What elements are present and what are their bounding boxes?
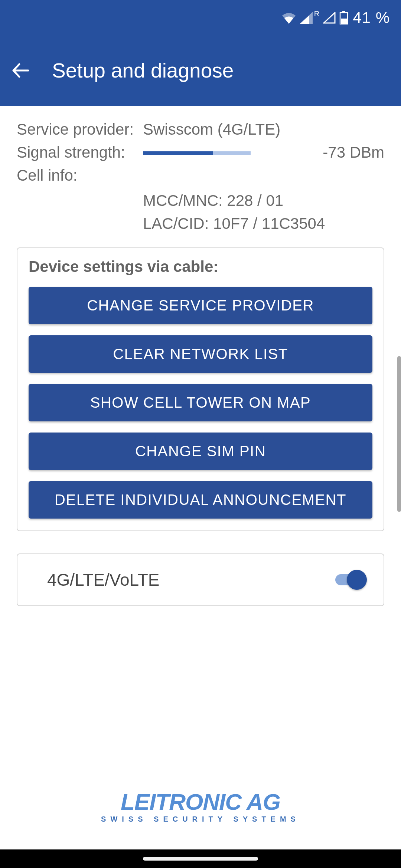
svg-rect-2 (341, 19, 347, 24)
wifi-icon (281, 12, 296, 24)
cell-info-mcc-mnc: MCC/MNC: 228 / 01 (143, 192, 384, 210)
switch-thumb (347, 570, 367, 590)
nav-handle[interactable] (143, 857, 258, 861)
lte-toggle-switch[interactable] (335, 569, 367, 591)
back-button[interactable] (11, 61, 30, 80)
status-bar: R 41 % (0, 0, 401, 35)
arrow-left-icon (11, 61, 30, 80)
cell-info-values: MCC/MNC: 228 / 01 LAC/CID: 10F7 / 11C350… (143, 192, 384, 233)
page-title: Setup and diagnose (52, 59, 234, 82)
provider-label: Service provider: (17, 121, 139, 138)
brand-name: LEITRONIC AG (121, 790, 280, 813)
signal-icon-1 (300, 12, 313, 24)
app-bar: Setup and diagnose (0, 35, 401, 106)
cell-info-label: Cell info: (17, 167, 139, 184)
footer-logo: LEITRONIC AG SWISS SECURITY SYSTEMS (17, 790, 384, 849)
signal-icon-2 (323, 12, 336, 24)
device-settings-title: Device settings via cable: (29, 258, 372, 276)
change-service-provider-button[interactable]: CHANGE SERVICE PROVIDER (29, 287, 372, 324)
signal-label: Signal strength: (17, 144, 139, 161)
brand-tagline: SWISS SECURITY SYSTEMS (101, 815, 300, 823)
cell-info-lac-cid: LAC/CID: 10F7 / 11C3504 (143, 215, 384, 233)
navigation-bar (0, 849, 401, 868)
lte-toggle-card: 4G/LTE/VoLTE (17, 553, 384, 606)
battery-icon (339, 11, 348, 24)
content-area: Service provider: Swisscom (4G/LTE) Sign… (0, 106, 401, 849)
battery-percentage: 41 % (353, 9, 390, 27)
device-settings-card: Device settings via cable: CHANGE SERVIC… (17, 247, 384, 531)
change-sim-pin-button[interactable]: CHANGE SIM PIN (29, 433, 372, 470)
roaming-indicator: R (314, 10, 319, 18)
signal-row: -73 DBm (143, 144, 384, 161)
signal-strength-bar (143, 151, 251, 155)
lte-toggle-label: 4G/LTE/VoLTE (47, 570, 160, 590)
delete-announcement-button[interactable]: DELETE INDIVIDUAL ANNOUNCEMENT (29, 481, 372, 519)
scrollbar-thumb[interactable] (397, 356, 401, 512)
status-icons: R (281, 11, 348, 24)
signal-strength-fill (143, 151, 213, 155)
provider-value: Swisscom (4G/LTE) (143, 121, 384, 138)
info-section: Service provider: Swisscom (4G/LTE) Sign… (17, 121, 384, 233)
show-cell-tower-button[interactable]: SHOW CELL TOWER ON MAP (29, 384, 372, 421)
clear-network-list-button[interactable]: CLEAR NETWORK LIST (29, 335, 372, 373)
signal-value: -73 DBm (323, 144, 384, 161)
